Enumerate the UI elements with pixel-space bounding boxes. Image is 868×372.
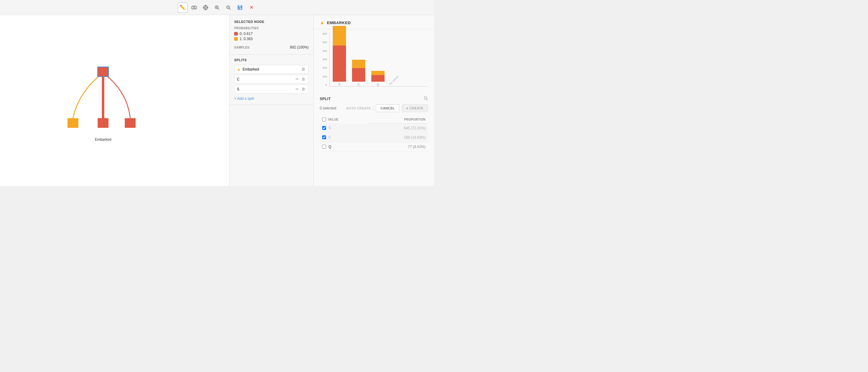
values-table: VALUE PROPORTION S 645 (72.31%)	[320, 116, 428, 152]
prob-1-color	[234, 37, 238, 41]
split-controls: 0 selected AUTO CREATE CANCEL + CREATE	[320, 104, 428, 112]
chart-panel: ▲ EMBARKED 0 100 200 300 400 500 600	[313, 15, 434, 186]
auto-create-button: AUTO CREATE	[346, 106, 371, 110]
value-cell-s: S	[320, 123, 368, 133]
c-label: C	[237, 77, 240, 82]
split-item-c: C ✏ 🗑	[234, 75, 309, 84]
samples-value: 892 (100%)	[290, 45, 309, 50]
selected-node-section: SELECTED NODE PROBABILITIES 0: 0.617 1: …	[229, 15, 313, 55]
prob-0-item: 0: 0.617	[234, 32, 309, 36]
delete-c-button[interactable]: 🗑	[301, 77, 306, 82]
svg-line-25	[427, 99, 428, 100]
svg-point-1	[193, 7, 195, 8]
bar-s-label: S	[338, 83, 341, 86]
samples-row: SAMPLES 892 (100%)	[234, 45, 309, 50]
create-label: CREATE	[410, 106, 424, 110]
node-label: Embarked	[95, 137, 112, 142]
edit-s-button[interactable]: ✏	[295, 87, 300, 91]
svg-point-24	[424, 97, 427, 99]
samples-label: SAMPLES	[234, 46, 249, 49]
table-header-row: VALUE PROPORTION	[320, 116, 428, 123]
embarked-icon: ▲	[237, 67, 241, 71]
svg-rect-16	[239, 5, 241, 7]
split-config-header: SPLIT	[320, 96, 428, 101]
bars-container: S C	[330, 32, 428, 87]
selected-node-title: SELECTED NODE	[234, 20, 309, 24]
proportion-column-header: PROPORTION	[368, 116, 428, 123]
edit-c-button[interactable]: ✏	[295, 77, 300, 82]
proportion-cell-q: 77 (8.63%)	[368, 142, 428, 151]
save-button[interactable]	[235, 2, 245, 13]
y-axis: 0 100 200 300 400 500 600	[320, 32, 328, 87]
zoom-in-button[interactable]	[212, 2, 222, 13]
svg-line-9	[218, 8, 219, 10]
split-item-s: S ✏ 🗑	[234, 85, 309, 93]
add-split-link[interactable]: + Add a split	[234, 96, 254, 101]
svg-rect-21	[67, 118, 79, 128]
bar-chart: 0 100 200 300 400 500 600	[320, 32, 428, 93]
svg-rect-18	[239, 8, 240, 9]
s-label: S	[237, 87, 239, 91]
selected-count: 0 selected	[320, 106, 344, 110]
proportion-cell-s: 645 (72.31%)	[368, 123, 428, 133]
selected-node-panel: SELECTED NODE PROBABILITIES 0: 0.617 1: …	[229, 15, 313, 186]
select-all-checkbox[interactable]	[322, 118, 326, 122]
toolbar: ✏️	[0, 0, 434, 15]
target-button[interactable]	[200, 2, 211, 13]
bar-s-red	[333, 45, 346, 82]
close-button[interactable]: ✕	[246, 2, 256, 13]
table-row-q: Q 77 (8.63%)	[320, 142, 428, 151]
chart-icon: ▲	[320, 20, 324, 25]
svg-line-13	[229, 8, 230, 10]
svg-point-3	[205, 7, 207, 8]
search-split-button[interactable]	[424, 96, 428, 101]
split-config-title: SPLIT	[320, 97, 331, 101]
svg-rect-22	[98, 118, 108, 128]
pencil-button[interactable]: ✏️	[178, 2, 188, 13]
svg-rect-23	[125, 118, 135, 128]
bar-q: Q	[371, 71, 384, 86]
bar-q-red	[371, 75, 384, 82]
main-content: Embarked SELECTED NODE PROBABILITIES 0: …	[0, 15, 434, 186]
bar-c-yellow	[352, 60, 365, 68]
prob-1-item: 1: 0.383	[234, 37, 309, 41]
svg-rect-20	[98, 67, 108, 76]
checkbox-c[interactable]	[322, 135, 326, 139]
table-row-s: S 645 (72.31%)	[320, 123, 428, 133]
cancel-button[interactable]: CANCEL	[376, 104, 399, 112]
values-table-body: S 645 (72.31%) C 168 (18.83%)	[320, 123, 428, 151]
split-item-embarked: ▲ Embarked 🗑	[234, 65, 309, 73]
checkbox-s[interactable]	[322, 126, 326, 130]
eye-button[interactable]	[189, 2, 199, 13]
embarked-label: Embarked	[243, 67, 259, 71]
value-cell-q: Q	[320, 142, 368, 151]
bar-s-yellow	[333, 26, 346, 45]
delete-embarked-button[interactable]: 🗑	[301, 67, 306, 71]
bar-c-red	[352, 68, 365, 82]
chart-header: ▲ EMBARKED	[314, 15, 434, 29]
zoom-out-button[interactable]	[223, 2, 234, 13]
split-config-section: SPLIT 0 selected AUTO CREATE CANCEL + CR…	[314, 93, 434, 186]
canvas-area[interactable]: Embarked	[0, 15, 229, 186]
delete-s-button[interactable]: 🗑	[301, 87, 306, 91]
splits-section: SPLITS ▲ Embarked 🗑 C ✏ 🗑	[229, 55, 313, 105]
svg-point-2	[204, 5, 208, 10]
create-button: + CREATE	[402, 104, 428, 112]
bar-c: C	[352, 60, 365, 86]
tree-container: Embarked	[49, 55, 157, 147]
value-column-header: VALUE	[320, 116, 368, 123]
bar-c-label: C	[358, 83, 360, 86]
prob-1-label: 1: 0.383	[240, 37, 253, 41]
bar-q-yellow	[371, 71, 384, 75]
divider	[373, 105, 373, 111]
prob-0-color	[234, 32, 238, 36]
bar-q-label: Q	[377, 83, 379, 86]
proportion-cell-c: 168 (18.83%)	[368, 133, 428, 142]
splits-title: SPLITS	[234, 58, 309, 62]
create-plus: +	[406, 106, 408, 110]
prob-0-label: 0: 0.617	[240, 32, 253, 36]
table-row-c: C 168 (18.83%)	[320, 133, 428, 142]
checkbox-q[interactable]	[322, 145, 326, 149]
no-values-label: No values	[389, 75, 399, 86]
chart-title: EMBARKED	[327, 21, 351, 25]
